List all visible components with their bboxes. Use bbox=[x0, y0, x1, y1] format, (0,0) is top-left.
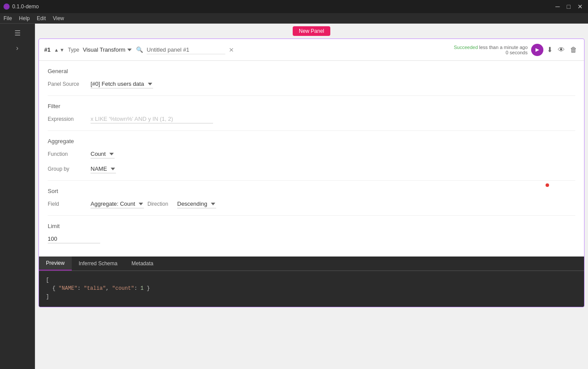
sort-direction-select[interactable]: Descending bbox=[177, 200, 216, 208]
divider-3 bbox=[48, 180, 575, 181]
maximize-button[interactable]: □ bbox=[565, 3, 572, 10]
menu-edit[interactable]: Edit bbox=[37, 15, 46, 21]
divider-2 bbox=[48, 130, 575, 131]
panel: #1 ▲ ▼ Type Visual Transform 🔍 ✕ Suc bbox=[38, 39, 584, 307]
red-dot bbox=[546, 183, 549, 187]
limit-row bbox=[48, 235, 575, 243]
menu-help[interactable]: Help bbox=[19, 15, 30, 21]
content-area: New Panel #1 ▲ ▼ Type Visual Transform 🔍 bbox=[35, 24, 588, 369]
group-by-select[interactable]: NAME bbox=[91, 165, 116, 173]
run-button[interactable]: ▶ bbox=[531, 44, 543, 56]
panel-arrows: ▲ ▼ bbox=[54, 47, 64, 53]
titlebar-title: 0.1.0-demo bbox=[12, 4, 551, 10]
expression-input[interactable] bbox=[91, 115, 213, 123]
panel-header: #1 ▲ ▼ Type Visual Transform 🔍 ✕ Suc bbox=[39, 39, 584, 61]
top-bar: New Panel bbox=[35, 24, 588, 39]
arrow-up-button[interactable]: ▲ bbox=[54, 47, 59, 53]
divider-1 bbox=[48, 95, 575, 96]
code-line-3: ] bbox=[46, 293, 577, 301]
panel-source-select[interactable]: [#0] Fetch users data bbox=[91, 80, 153, 88]
divider-4 bbox=[48, 215, 575, 216]
download-button[interactable]: ⬇ bbox=[545, 44, 554, 56]
arrow-down-button[interactable]: ▼ bbox=[60, 47, 64, 53]
type-select[interactable]: Visual Transform bbox=[83, 46, 133, 53]
header-actions: ▶ ⬇ 👁 🗑 bbox=[531, 44, 579, 56]
group-by-row: Group by NAME bbox=[48, 165, 575, 173]
limit-section-title: Limit bbox=[48, 223, 575, 229]
main-layout: ☰ › New Panel #1 ▲ ▼ Type Visual Transfo… bbox=[0, 24, 588, 369]
sort-field-label: Field bbox=[48, 201, 87, 207]
function-select[interactable]: Count bbox=[91, 150, 115, 158]
sort-section-title: Sort bbox=[48, 188, 575, 194]
bottom-tabs: Preview Inferred Schema Metadata bbox=[39, 257, 584, 271]
search-icon: 🔍 bbox=[136, 46, 143, 53]
menu-view[interactable]: View bbox=[53, 15, 64, 21]
panel-name-input[interactable] bbox=[147, 46, 225, 54]
aggregate-section-title: Aggregate bbox=[48, 138, 575, 144]
delete-button[interactable]: 🗑 bbox=[568, 44, 579, 56]
general-section-title: General bbox=[48, 68, 575, 74]
code-preview: [ { "NAME": "talia", "count": 1 } ] bbox=[39, 271, 584, 307]
expression-label: Expression bbox=[48, 116, 87, 122]
status-success-text: Succeeded less than a minute ago bbox=[454, 45, 528, 50]
sort-row: Field Aggregate: Count Direction Descend… bbox=[48, 200, 575, 208]
panel-source-row: Panel Source [#0] Fetch users data bbox=[48, 80, 575, 88]
limit-input[interactable] bbox=[48, 235, 100, 243]
status-detail: less than a minute ago bbox=[479, 45, 528, 50]
minimize-button[interactable]: ─ bbox=[554, 3, 562, 10]
app-icon bbox=[4, 4, 10, 10]
tab-inferred-schema[interactable]: Inferred Schema bbox=[72, 257, 125, 271]
sort-direction-label: Direction bbox=[147, 201, 174, 207]
panel-body: General Panel Source [#0] Fetch users da… bbox=[39, 61, 584, 257]
status-area: Succeeded less than a minute ago 0 secon… bbox=[454, 45, 528, 55]
titlebar: 0.1.0-demo ─ □ ✕ bbox=[0, 0, 588, 13]
menubar: File Help Edit View bbox=[0, 13, 588, 24]
function-row: Function Count bbox=[48, 150, 575, 158]
window-controls: ─ □ ✕ bbox=[554, 3, 584, 10]
filter-section-title: Filter bbox=[48, 103, 575, 109]
hide-button[interactable]: 👁 bbox=[556, 44, 567, 56]
sidebar: ☰ › bbox=[0, 24, 35, 369]
group-by-label: Group by bbox=[48, 166, 87, 172]
code-line-1: [ bbox=[46, 276, 577, 285]
panel-source-label: Panel Source bbox=[48, 81, 87, 87]
type-label: Type bbox=[68, 47, 79, 53]
sidebar-expand-button[interactable]: › bbox=[13, 42, 22, 54]
tab-preview[interactable]: Preview bbox=[39, 257, 72, 271]
new-panel-button[interactable]: New Panel bbox=[293, 26, 330, 36]
status-duration: 0 seconds bbox=[454, 50, 528, 55]
tab-metadata[interactable]: Metadata bbox=[124, 257, 160, 271]
search-icon-area: 🔍 bbox=[136, 46, 143, 53]
sidebar-search-button[interactable]: ☰ bbox=[11, 27, 24, 39]
panel-number: #1 bbox=[44, 46, 50, 53]
expression-row: Expression bbox=[48, 115, 575, 123]
menu-file[interactable]: File bbox=[4, 15, 12, 21]
sort-field-select[interactable]: Aggregate: Count bbox=[91, 200, 144, 208]
close-button[interactable]: ✕ bbox=[576, 3, 584, 10]
clear-name-button[interactable]: ✕ bbox=[229, 46, 234, 53]
function-label: Function bbox=[48, 151, 87, 157]
code-line-2: { "NAME": "talia", "count": 1 } bbox=[46, 285, 577, 293]
